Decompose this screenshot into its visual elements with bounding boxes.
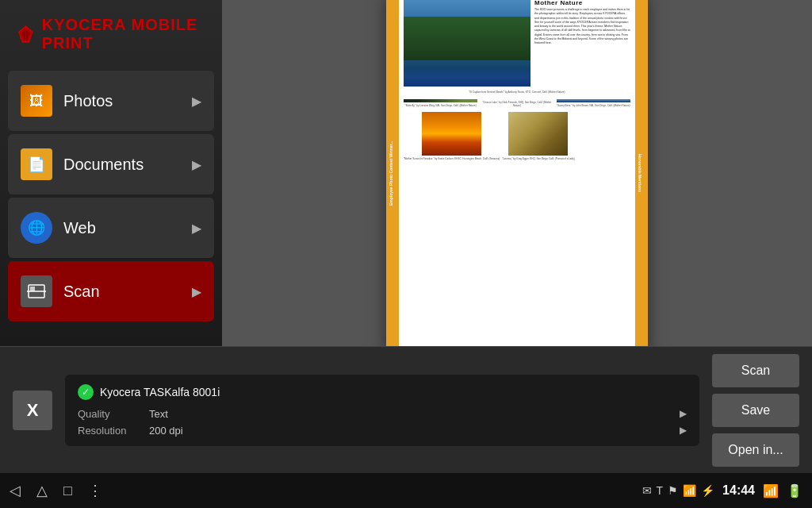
resolution-value: 200 dpi	[149, 425, 680, 437]
quality-value: Text	[149, 408, 680, 420]
doc-thumb-dog	[508, 112, 568, 156]
doc-thumb-butterfly-caption: "Butterfly," by Lorraine Wing, KAI, San …	[404, 104, 477, 107]
photos-icon: 🖼	[21, 85, 52, 117]
action-buttons: Scan Save Open in...	[712, 354, 799, 467]
nav-recent-button[interactable]: □	[63, 483, 72, 499]
scan-chevron-icon: ▶	[192, 284, 201, 299]
bottom-bar: X ✓ Kyocera TASKalfa 8001i Quality Text …	[0, 346, 812, 473]
sidebar-item-scan[interactable]: Scan ▶	[8, 261, 214, 321]
resolution-setting-row[interactable]: Resolution 200 dpi ▶	[78, 425, 687, 437]
doc-top-section: Mother Nature The KDO team presents a ch…	[404, 0, 630, 87]
web-icon: 🌐	[21, 212, 52, 244]
open-in-button[interactable]: Open in...	[712, 433, 799, 467]
device-settings: Quality Text ▶ Resolution 200 dpi ▶	[78, 408, 687, 437]
document-preview: Employee Photo Contest Winner... Mother …	[386, 0, 648, 346]
scan-icon	[21, 275, 52, 307]
photos-chevron-icon: ▶	[192, 94, 201, 109]
doc-content-wrapper: Employee Photo Contest Winner... Mother …	[386, 0, 648, 346]
resolution-arrow-icon: ▶	[680, 425, 687, 436]
battery-icon: 🔋	[787, 483, 802, 498]
doc-main-caption: "El Capitan from Sentinel Beach," by Ant…	[404, 90, 630, 94]
sidebar-item-documents[interactable]: 📄 Documents ▶	[8, 134, 214, 194]
sidebar: Kyocera Mobile Print 🖼 Photos ▶ 📄 Docume…	[0, 0, 222, 346]
svg-rect-5	[30, 287, 35, 291]
quality-arrow-icon: ▶	[680, 408, 687, 419]
sidebar-item-web[interactable]: 🌐 Web ▶	[8, 198, 214, 258]
doc-thumb-sunset-caption: "Mother Sunset in Paradise," by Kristie …	[404, 157, 500, 160]
time-display: 14:44	[722, 483, 755, 498]
network-icon: 📶	[683, 484, 696, 497]
sidebar-item-photos-label: Photos	[63, 92, 192, 110]
flag-icon: ⚑	[668, 484, 678, 497]
doc-thumb-lake	[557, 99, 630, 102]
system-right: ✉ T ⚑ 📶 ⚡ 14:44 📶 🔋	[642, 483, 802, 498]
doc-thumb-butterfly	[404, 99, 477, 102]
system-status-icons: ✉ T ⚑ 📶 ⚡	[642, 484, 715, 497]
device-status-icon: ✓	[78, 384, 94, 400]
quality-label: Quality	[78, 408, 149, 420]
doc-body: Mother Nature The KDO team presents a ch…	[399, 0, 635, 346]
text-icon: T	[657, 484, 664, 497]
kyocera-brand-text: Kyocera Mobile Print	[42, 16, 206, 52]
sidebar-item-documents-label: Documents	[63, 156, 192, 174]
sidebar-item-photos[interactable]: 🖼 Photos ▶	[8, 71, 214, 131]
doc-thumb-lake-caption: "Sunny Bees," by John Brown, KAI, San Di…	[557, 104, 630, 107]
wifi-icon: 📶	[763, 483, 779, 498]
system-nav: ◁ △ □ ⋮	[10, 482, 102, 499]
content-area: Employee Photo Contest Winner... Mother …	[222, 0, 812, 346]
quality-setting-row[interactable]: Quality Text ▶	[78, 408, 687, 420]
nav-items: 🖼 Photos ▶ 📄 Documents ▶ 🌐 Web ▶	[0, 64, 222, 328]
doc-title: Mother Nature	[534, 0, 630, 6]
mail-icon: ✉	[642, 484, 652, 497]
doc-thumb-dog-caption: "Lioness," by Greg Egger, KHQ, San Diego…	[502, 157, 575, 160]
logo-area: Kyocera Mobile Print	[0, 0, 222, 64]
doc-main-image	[404, 0, 530, 87]
close-button[interactable]: X	[13, 391, 52, 430]
nav-menu-button[interactable]: ⋮	[88, 482, 102, 499]
doc-right-bar: Honorable Mentions	[635, 0, 648, 346]
device-info-panel: ✓ Kyocera TASKalfa 8001i Quality Text ▶ …	[65, 375, 699, 446]
doc-article-para-1: The KDO team presents a challenge to eac…	[534, 8, 630, 45]
scan-icon-svg	[25, 280, 48, 302]
kyocera-logo: Kyocera Mobile Print	[16, 16, 206, 52]
doc-bottom-section: "Mother Sunset in Paradise," by Kristie …	[404, 112, 630, 160]
doc-middle-section: "Butterfly," by Lorraine Wing, KAI, San …	[404, 99, 630, 107]
web-chevron-icon: ▶	[192, 221, 201, 236]
documents-icon: 📄	[21, 148, 52, 180]
device-name-text: Kyocera TASKalfa 8001i	[100, 386, 220, 398]
save-button[interactable]: Save	[712, 394, 799, 427]
nav-home-button[interactable]: △	[36, 482, 48, 499]
doc-thumb-sunset	[422, 112, 481, 156]
bluetooth-icon: ⚡	[701, 484, 714, 497]
system-bar: ◁ △ □ ⋮ ✉ T ⚑ 📶 ⚡ 14:44 📶 🔋	[0, 473, 812, 508]
resolution-label: Resolution	[78, 425, 149, 437]
nav-back-button[interactable]: ◁	[10, 482, 21, 499]
doc-thumb-flower-caption: "Grouse Lake," by Herb Ferando, KHQ, San…	[480, 101, 553, 107]
scan-button[interactable]: Scan	[712, 354, 799, 387]
sidebar-item-web-label: Web	[63, 219, 192, 237]
sidebar-item-scan-label: Scan	[63, 283, 192, 301]
main-area: Kyocera Mobile Print 🖼 Photos ▶ 📄 Docume…	[0, 0, 812, 346]
doc-text-col: Mother Nature The KDO team presents a ch…	[534, 0, 630, 87]
documents-chevron-icon: ▶	[192, 157, 201, 172]
doc-left-bar: Employee Photo Contest Winner...	[386, 0, 399, 346]
device-name-row: ✓ Kyocera TASKalfa 8001i	[78, 384, 687, 400]
kyocera-diamond-icon	[16, 21, 36, 47]
